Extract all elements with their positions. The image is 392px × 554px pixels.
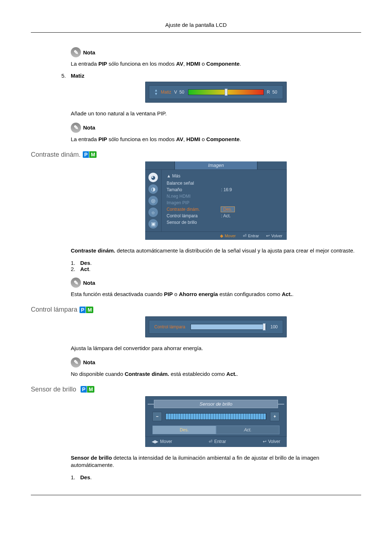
matiz-desc: Añade un tono natural a la ventana PIP. [71, 110, 361, 117]
pm-badge-icon: PM [79, 307, 93, 313]
matiz-right: R 50 [267, 90, 278, 95]
matiz-label: Matiz [161, 90, 171, 95]
note-block: ✎ Nota [71, 47, 361, 57]
note-label: Nota [83, 49, 95, 56]
cl-label: Control lámpara [154, 324, 188, 329]
menu-icon: ◎ [148, 196, 158, 205]
section-sensor-brillo: Sensor de brillo PM [31, 386, 361, 393]
item-number: 5. [61, 73, 71, 79]
menu-list: ▲ Más Balance señal Tamaño: 16:9 N.neg H… [162, 170, 287, 231]
pm-badge-icon: PM [81, 386, 94, 393]
menu-more: ▲ Más [167, 173, 282, 180]
matiz-osd: ▲▼ Matiz V 50 R 50 [145, 82, 287, 103]
section-control-lampara: Control lámpara PM [31, 306, 361, 313]
note-label: Nota [83, 280, 95, 286]
menu-icon: ▣ [148, 219, 158, 229]
note-icon: ✎ [71, 278, 81, 288]
sb-minus-button: − [152, 412, 162, 421]
pip-note: La entrada PIP sólo funciona en los modo… [71, 136, 361, 143]
section-contraste-dinam: Contraste dinám. PM [31, 151, 361, 159]
pm-badge-icon: PM [83, 151, 97, 158]
cl-desc: Ajusta la lámpara del convertidor para a… [71, 345, 361, 352]
menu-icon: ◑ [148, 184, 158, 194]
note-label: Nota [83, 359, 95, 365]
sb-slider [166, 413, 266, 420]
pip-note: La entrada PIP sólo funciona en los modo… [71, 60, 361, 67]
menu-tabbar: Imagen [145, 161, 287, 170]
sb-options: 1.Des. [71, 474, 361, 480]
sb-desc: Sensor de brillo detecta la intensidad d… [71, 454, 361, 469]
sb-heading: Sensor de brillo [154, 400, 278, 408]
menu-footer: ◆Mover ⏎Entrar ↩Volver [145, 231, 287, 240]
imagen-menu-osd: Imagen ◕ ◑ ◎ ☼ ▣ ▲ Más Balance señal Tam… [145, 161, 287, 240]
contraste-desc: Contraste dinám. detecta automáticamente… [71, 247, 361, 254]
sb-footer: ◀▶Mover ⏎Entrar ↩Volver [145, 436, 287, 447]
page-title: Ajuste de la pantalla LCD [31, 22, 361, 28]
note-block: ✎ Nota [71, 123, 361, 133]
control-lampara-osd: Control lámpara 100 [145, 316, 287, 337]
top-rule [31, 32, 361, 33]
sb-tab-act: Act. [216, 426, 279, 434]
cl-note: No disponible cuando Contraste dinám. es… [71, 370, 361, 378]
note-label: Nota [83, 124, 95, 131]
sensor-brillo-osd: Sensor de brillo − + Des. Act. ◀▶Mover ⏎… [145, 396, 287, 447]
note-block: ✎ Nota [71, 278, 361, 288]
arrows-icon: ▲▼ [154, 89, 158, 96]
contraste-note: Esta función está desactivada cuando PIP… [71, 291, 361, 298]
cl-slider [191, 324, 266, 330]
sb-plus-button: + [270, 412, 279, 421]
contraste-options: 1.Des. 2.Act. [71, 260, 361, 272]
menu-icon-column: ◕ ◑ ◎ ☼ ▣ [145, 170, 162, 231]
note-icon: ✎ [71, 123, 81, 133]
sb-tab-des: Des. [152, 426, 216, 434]
note-icon: ✎ [71, 47, 81, 57]
note-icon: ✎ [71, 357, 81, 368]
menu-icon: ☼ [148, 208, 158, 217]
cl-value: 100 [269, 324, 278, 329]
matiz-slider [188, 89, 264, 95]
matiz-left: V 50 [174, 90, 185, 95]
list-item-5: 5. Matiz [61, 73, 361, 79]
bottom-rule [31, 495, 361, 495]
menu-icon-image: ◕ [148, 173, 158, 182]
note-block: ✎ Nota [71, 357, 361, 368]
item-title: Matiz [71, 73, 85, 79]
